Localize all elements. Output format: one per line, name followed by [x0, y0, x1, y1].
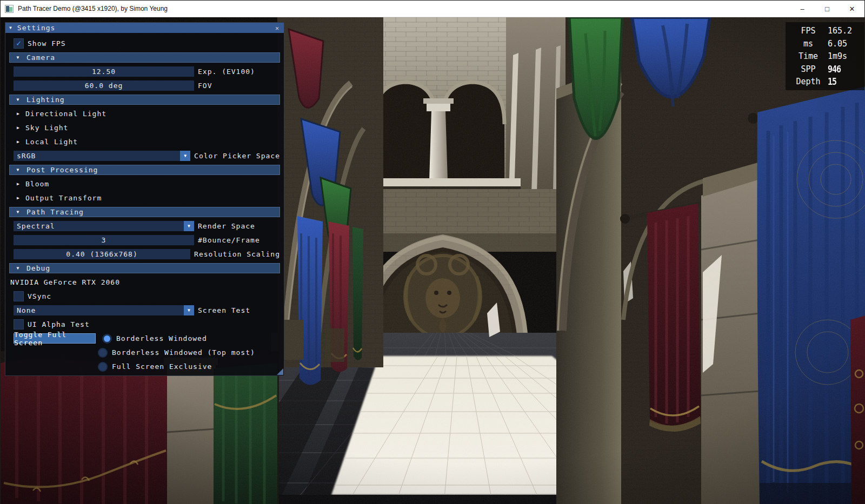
- radio-borderless-windowed[interactable]: [102, 334, 112, 344]
- radio-full-screen-exclusive[interactable]: [98, 362, 108, 372]
- lighting-section-header[interactable]: ▼ Lighting: [9, 95, 280, 105]
- color-picker-space-combo[interactable]: sRGB ▼: [14, 151, 190, 161]
- window-title: Path Tracer Demo (@3415 x1920), by Simon…: [18, 5, 168, 12]
- borderless-windowed-top-most-label: Borderless Windowed (Top most): [112, 348, 255, 357]
- debug-arrow-icon: ▼: [13, 266, 23, 271]
- tree-sky-light[interactable]: ▶ Sky Light: [9, 123, 280, 133]
- exposure-label: Exp. (EV100): [198, 68, 255, 76]
- mode-exclusive-row: Full Screen Exclusive: [94, 361, 280, 372]
- toggle-full-screen-button[interactable]: Toggle Full Screen: [14, 333, 96, 344]
- tree-arrow-icon: ▶: [17, 111, 24, 116]
- tree-directional-light[interactable]: ▶ Directional Light: [9, 109, 280, 119]
- panel-resize-grip[interactable]: [277, 368, 283, 375]
- tree-arrow-icon: ▶: [17, 196, 24, 200]
- resolution-scaling-row: 0.40 (1366x768) Resolution Scaling: [9, 249, 280, 259]
- maximize-button[interactable]: □: [815, 1, 840, 17]
- stat-ms: ms 6.05: [789, 38, 861, 50]
- vsync-row: VSync: [9, 291, 280, 301]
- path-tracing-section-header[interactable]: ▼ Path Tracing: [9, 207, 280, 217]
- combo-arrow-icon[interactable]: ▼: [184, 305, 194, 315]
- checkmark-icon: ✓: [16, 39, 21, 48]
- combo-arrow-icon[interactable]: ▼: [180, 151, 190, 161]
- debug-section-header[interactable]: ▼ Debug: [9, 263, 280, 273]
- combo-arrow-icon[interactable]: ▼: [184, 221, 194, 231]
- stat-depth-label: Depth: [789, 77, 828, 86]
- camera-arrow-icon: ▼: [13, 55, 23, 60]
- ui-alpha-test-row: UI Alpha Test: [9, 319, 280, 330]
- stat-fps-value: 165.2: [828, 26, 852, 36]
- sky-light-label: Sky Light: [25, 124, 68, 132]
- path-tracing-arrow-icon: ▼: [13, 210, 23, 214]
- stat-ms-label: ms: [789, 39, 828, 49]
- stat-time-label: Time: [789, 51, 828, 61]
- tree-bloom[interactable]: ▶ Bloom: [9, 179, 280, 189]
- settings-panel: ▼ Settings ✕ ✓ Show FPS ▼ Camera 12.50 E…: [5, 22, 284, 376]
- camera-header-label: Camera: [26, 53, 55, 62]
- screen-test-row: None ▼ Screen Test: [9, 305, 280, 315]
- exposure-input[interactable]: 12.50: [14, 66, 194, 77]
- borderless-windowed-label: Borderless Windowed: [116, 334, 207, 342]
- render-space-row: Spectral ▼ Render Space: [9, 221, 280, 231]
- bounce-label: #Bounce/Frame: [198, 236, 260, 244]
- render-space-value: Spectral: [14, 222, 184, 230]
- tree-arrow-icon: ▶: [17, 182, 24, 186]
- post-processing-header-label: Post Processing: [26, 166, 98, 174]
- stat-spp: SPP 946: [789, 63, 861, 75]
- vsync-label: VSync: [28, 292, 51, 300]
- minimize-button[interactable]: –: [790, 1, 815, 17]
- ui-alpha-test-label: UI Alpha Test: [28, 320, 90, 328]
- stat-depth-value: 15: [828, 76, 836, 88]
- post-processing-section-header[interactable]: ▼ Post Processing: [9, 165, 280, 175]
- stat-depth: Depth 15: [789, 76, 861, 88]
- screen-test-combo[interactable]: None ▼: [14, 305, 194, 315]
- stat-time: Time 1m9s: [789, 50, 861, 62]
- color-picker-space-label: Color Picker Space: [194, 152, 280, 160]
- title-bar: Path Tracer Demo (@3415 x1920), by Simon…: [1, 1, 864, 17]
- path-tracing-header-label: Path Tracing: [26, 208, 84, 216]
- screen-test-value: None: [14, 306, 184, 314]
- fov-input[interactable]: 60.0 deg: [14, 80, 194, 91]
- render-space-combo[interactable]: Spectral ▼: [14, 221, 194, 231]
- tree-output-transform[interactable]: ▶ Output Transform: [9, 193, 280, 203]
- vsync-checkbox[interactable]: [14, 291, 24, 301]
- output-transform-label: Output Transform: [25, 194, 102, 202]
- show-fps-checkbox[interactable]: ✓: [14, 38, 24, 49]
- lighting-header-label: Lighting: [26, 96, 65, 104]
- collapse-arrow-icon[interactable]: ▼: [9, 25, 12, 30]
- stat-spp-label: SPP: [789, 64, 828, 74]
- exposure-row: 12.50 Exp. (EV100): [9, 66, 280, 77]
- settings-panel-title: Settings: [17, 24, 56, 32]
- lighting-arrow-icon: ▼: [13, 97, 23, 102]
- stat-fps: FPS 165.2: [789, 25, 861, 37]
- panel-close-icon[interactable]: ✕: [272, 23, 282, 32]
- radio-borderless-windowed-top-most[interactable]: [98, 348, 108, 358]
- stat-spp-value: 946: [828, 63, 841, 75]
- tree-arrow-icon: ▶: [17, 125, 24, 130]
- stats-overlay: FPS 165.2 ms 6.05 Time 1m9s SPP 946 Dept…: [786, 22, 864, 90]
- stat-time-value: 1m9s: [828, 51, 847, 61]
- settings-panel-body: ✓ Show FPS ▼ Camera 12.50 Exp. (EV100) 6…: [5, 33, 284, 375]
- fullscreen-row: Toggle Full Screen Borderless Windowed: [9, 333, 280, 344]
- fov-label: FOV: [198, 82, 212, 90]
- app-icon: [5, 5, 14, 13]
- bloom-label: Bloom: [25, 180, 49, 188]
- resolution-scaling-input[interactable]: 0.40 (1366x768): [14, 249, 190, 259]
- color-picker-space-value: sRGB: [14, 152, 180, 160]
- post-processing-arrow-icon: ▼: [13, 167, 23, 172]
- tree-arrow-icon: ▶: [17, 139, 24, 144]
- camera-section-header[interactable]: ▼ Camera: [9, 52, 280, 63]
- settings-panel-titlebar[interactable]: ▼ Settings ✕: [5, 23, 284, 33]
- fov-row: 60.0 deg FOV: [9, 80, 280, 91]
- gpu-name-row: NVIDIA GeForce RTX 2060: [9, 277, 280, 287]
- mode-top-most-row: Borderless Windowed (Top most): [94, 347, 280, 358]
- close-button[interactable]: ✕: [840, 1, 864, 17]
- bounce-row: 3 #Bounce/Frame: [9, 235, 280, 245]
- tree-local-light[interactable]: ▶ Local Light: [9, 137, 280, 147]
- bounce-input[interactable]: 3: [14, 235, 194, 245]
- stat-fps-label: FPS: [789, 26, 828, 36]
- stat-ms-value: 6.05: [828, 39, 847, 49]
- app-window: Path Tracer Demo (@3415 x1920), by Simon…: [0, 0, 865, 504]
- debug-header-label: Debug: [26, 264, 50, 272]
- ui-alpha-test-checkbox[interactable]: [14, 319, 24, 330]
- color-picker-space-row: sRGB ▼ Color Picker Space: [9, 151, 280, 161]
